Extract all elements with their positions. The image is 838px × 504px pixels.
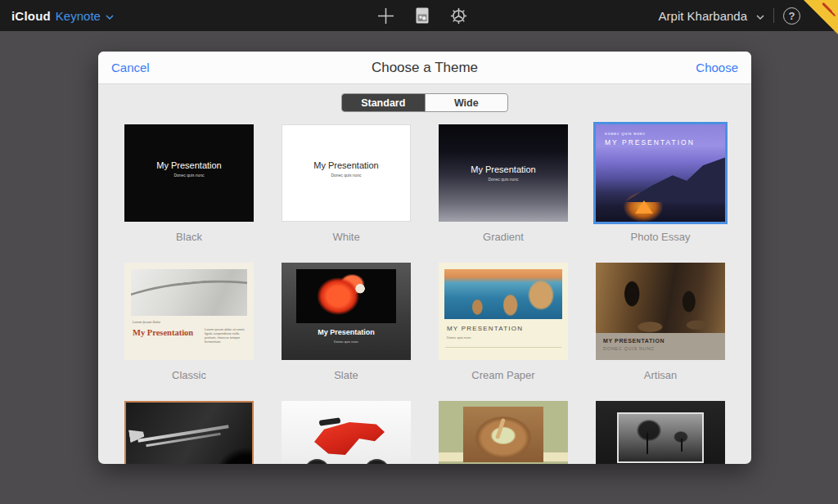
theme-cell: MY PRESENTATION Donec quis nunc Cream Pa… <box>439 263 568 382</box>
motorcycle-wheel <box>304 459 330 464</box>
thumb-subtitle: Donec quis nunc <box>439 177 568 182</box>
dialog-header: Cancel Choose a Theme Choose <box>98 52 751 84</box>
theme-thumb-artisan[interactable]: MY PRESENTATION DONEC QUIS NUNC <box>596 263 725 360</box>
wooden-spoon <box>495 418 506 439</box>
choose-theme-dialog: Cancel Choose a Theme Choose Standard Wi… <box>98 52 751 464</box>
theme-thumb-cream-paper[interactable]: MY PRESENTATION Donec quis nunc <box>439 263 568 360</box>
tree-silhouette <box>635 418 663 443</box>
theme-cell: MY PRESENTATION DONEC QUIS NUNC Artisan <box>596 263 725 382</box>
thumb-title: MY PRESENTATION <box>605 138 695 146</box>
theme-label: Cream Paper <box>439 369 568 382</box>
thumb-title: My Presentation <box>282 328 411 336</box>
theme-cell: My Presentation Donec quis nunc White <box>282 124 411 244</box>
thumb-text: DONEC QUIS NUNC MY PRESENTATION <box>605 132 695 146</box>
theme-thumb-framed-landscape-photo[interactable] <box>596 401 725 464</box>
coast-photo <box>444 269 562 319</box>
motorcycle-wheel <box>364 459 390 464</box>
thumb-text: My Presentation Donec quis nunc <box>124 160 254 178</box>
chevron-down-icon <box>756 9 764 24</box>
theme-thumb-photo-essay[interactable]: DONEC QUIS NUNC MY PRESENTATION <box>596 124 725 222</box>
thumb-title: My Presentation <box>282 160 410 170</box>
app-switcher[interactable]: iCloud Keynote <box>11 0 114 31</box>
theme-label: Photo Essay <box>596 231 725 244</box>
rule-line <box>445 347 561 348</box>
thumb-subtitle: Donec quis nunc <box>447 335 471 340</box>
topbar-actions <box>376 0 468 31</box>
theme-cell: DONEC QUIS NUNC MY PRESENTATION Photo Es… <box>596 124 725 244</box>
theme-label: Gradient <box>439 231 568 244</box>
theme-cell <box>439 401 568 464</box>
thumb-title: My Presentation <box>124 160 254 170</box>
tree-trunk <box>647 433 648 454</box>
theme-cell <box>124 401 254 464</box>
thumb-subtitle: Donec quis nunc <box>282 173 410 178</box>
theme-label: Artisan <box>596 369 725 382</box>
thumb-title: MY PRESENTATION <box>447 325 523 332</box>
user-menu[interactable]: Arpit Kharbanda <box>659 9 747 23</box>
new-presentation-icon[interactable] <box>376 7 395 25</box>
thumb-subtitle: DONEC QUIS NUNC <box>603 346 718 351</box>
help-button[interactable]: ? <box>783 7 800 25</box>
theme-grid: My Presentation Donec quis nunc Black My… <box>124 124 725 464</box>
theme-thumb-motorcycle-photo[interactable] <box>282 401 411 464</box>
theme-cell: My Presentation Donec quis nunc Black <box>124 124 254 244</box>
tab-standard[interactable]: Standard <box>342 94 425 111</box>
theme-thumb-white[interactable]: My Presentation Donec quis nunc <box>282 124 411 222</box>
cancel-button[interactable]: Cancel <box>111 61 150 74</box>
icloud-brand[interactable]: iCloud <box>11 9 51 23</box>
thumb-text: My Presentation Donec quis nunc <box>439 164 568 182</box>
thumb-subtitle: Donec quis nunc <box>124 173 254 178</box>
bridge-curve <box>131 272 247 316</box>
food-photo <box>463 407 543 462</box>
theme-label: Black <box>124 231 254 244</box>
topbar-user-area: Arpit Kharbanda ? <box>659 0 800 31</box>
topbar: iCloud Keynote Arpit Kharbanda <box>0 0 838 31</box>
thumb-subtitle: Donec quis nunc <box>282 340 411 344</box>
thumb-text-band: MY PRESENTATION DONEC QUIS NUNC <box>596 333 725 360</box>
theme-label: Classic <box>124 369 254 382</box>
theme-cell <box>282 401 411 464</box>
parrot-photo <box>296 269 396 323</box>
theme-cell: My Presentation Donec quis nunc Gradient <box>439 124 568 244</box>
divider <box>773 8 774 23</box>
app-name[interactable]: Keynote <box>56 9 101 23</box>
dialog-title: Choose a Theme <box>98 60 751 76</box>
corner-ribbon-badge <box>804 0 838 34</box>
theme-thumb-trumpet-photo[interactable] <box>124 401 254 464</box>
theme-thumb-black[interactable]: My Presentation Donec quis nunc <box>124 124 254 222</box>
motorcycle-seat <box>319 417 341 426</box>
theme-cell <box>596 401 725 464</box>
tree-trunk <box>681 439 683 452</box>
theme-cell: My Presentation Donec quis nunc Slate <box>282 263 411 382</box>
theme-label: Slate <box>282 369 411 382</box>
thumb-title: My Presentation <box>439 164 568 174</box>
motorcycle-body <box>314 422 385 455</box>
theme-cell: Lorem Ipsum Dolor My Presentation Lorem … <box>124 263 254 382</box>
thumb-text: My Presentation Donec quis nunc <box>282 160 410 178</box>
thumb-title: MY PRESENTATION <box>603 338 718 344</box>
picture-frame <box>617 412 704 463</box>
thumb-eyebrow: DONEC QUIS NUNC <box>605 132 695 136</box>
theme-thumb-food-bowl-photo[interactable] <box>439 401 568 464</box>
choose-button[interactable]: Choose <box>696 61 738 74</box>
bridge-photo <box>131 269 247 316</box>
thumb-body-text: Lorem ipsum dolor sit amet, ligula suspe… <box>205 327 246 344</box>
settings-gear-icon[interactable] <box>449 7 468 25</box>
tab-wide[interactable]: Wide <box>425 94 508 111</box>
theme-thumb-slate[interactable]: My Presentation Donec quis nunc <box>282 263 411 360</box>
theme-thumb-gradient[interactable]: My Presentation Donec quis nunc <box>439 124 568 222</box>
theme-thumb-classic[interactable]: Lorem Ipsum Dolor My Presentation Lorem … <box>124 263 254 360</box>
thumb-caption: Lorem Ipsum Dolor <box>133 320 160 324</box>
slide-size-segmented-control: Standard Wide <box>341 93 508 112</box>
thumb-title: My Presentation <box>133 328 193 337</box>
theme-label: White <box>282 231 411 244</box>
chevron-down-icon <box>106 9 114 24</box>
open-document-icon[interactable] <box>414 7 430 25</box>
